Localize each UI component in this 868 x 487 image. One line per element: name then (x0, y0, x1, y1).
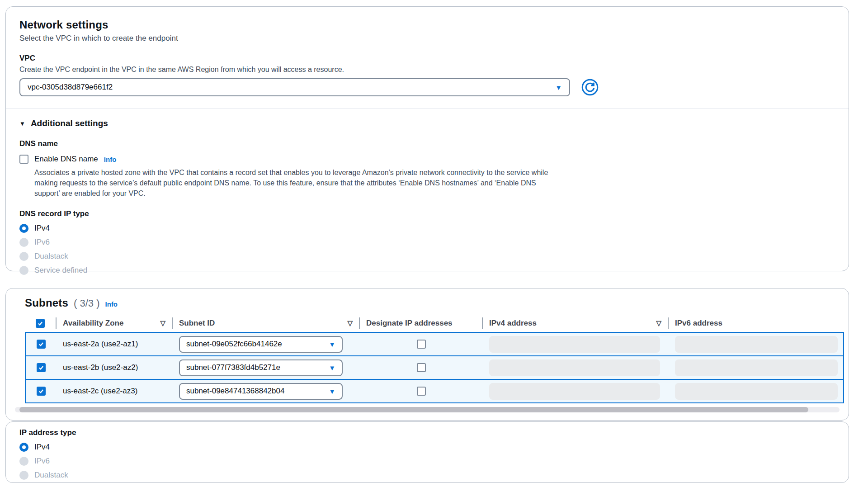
designate-ip-checkbox[interactable] (417, 363, 426, 372)
dns-record-ip-type-group: IPv4 IPv6 Dualstack Service defined (19, 224, 835, 275)
subnet-id-value: subnet-09e052fc66b41462e (186, 340, 282, 349)
radio-disabled-icon (19, 238, 28, 247)
ipv4-address-input-disabled (489, 336, 660, 353)
designate-ip-checkbox[interactable] (417, 387, 426, 396)
availability-zone-cell: us-east-2a (use2-az1) (57, 340, 173, 349)
radio-ip-dualstack: Dualstack (19, 471, 835, 480)
dns-name-info-link[interactable]: Info (104, 156, 117, 163)
horizontal-scrollbar[interactable] (15, 407, 840, 412)
subnet-id-value: subnet-077f7383fd4b5271e (186, 363, 280, 372)
column-header-availability-zone[interactable]: Availability Zone ▽ (56, 317, 172, 329)
radio-disabled-icon (19, 457, 28, 466)
vpc-label: VPC (19, 54, 835, 63)
additional-settings-toggle[interactable]: ▼ Additional settings (19, 118, 835, 128)
radio-ip-ipv6: IPv6 (19, 457, 835, 466)
network-settings-title: Network settings (19, 19, 835, 31)
ip-address-type-label: IP address type (19, 428, 835, 437)
scrollbar-thumb[interactable] (19, 407, 808, 412)
subnet-id-select[interactable]: subnet-09e84741368842b04 ▼ (179, 383, 343, 400)
radio-disabled-icon (19, 252, 28, 261)
chevron-down-icon: ▼ (329, 364, 335, 372)
dns-name-label: DNS name (19, 139, 835, 148)
sort-icon[interactable]: ▽ (347, 319, 353, 327)
radio-selected-icon (19, 443, 28, 452)
select-all-checkbox[interactable] (36, 319, 45, 328)
radio-dns-service-defined: Service defined (19, 266, 835, 275)
subnet-id-select[interactable]: subnet-09e052fc66b41462e ▼ (179, 336, 343, 353)
dns-record-ip-type-label: DNS record IP type (19, 209, 835, 218)
sort-icon[interactable]: ▽ (160, 319, 165, 327)
radio-dns-ipv4[interactable]: IPv4 (19, 224, 835, 233)
radio-disabled-icon (19, 471, 28, 480)
ipv4-address-input-disabled (489, 383, 660, 400)
subnets-info-link[interactable]: Info (105, 300, 118, 308)
chevron-down-icon: ▼ (329, 388, 335, 395)
subnet-id-select[interactable]: subnet-077f7383fd4b5271e ▼ (179, 359, 343, 376)
subnets-table: Availability Zone ▽ Subnet ID ▽ Designat… (25, 315, 830, 403)
table-row[interactable]: us-east-2c (use2-az3) subnet-09e84741368… (25, 379, 844, 403)
network-settings-subtitle: Select the VPC in which to create the en… (19, 34, 835, 43)
row-select-checkbox[interactable] (37, 363, 46, 372)
section-divider (6, 108, 849, 109)
additional-settings-label: Additional settings (31, 118, 108, 128)
radio-selected-icon (19, 224, 28, 233)
subnets-table-body: us-east-2a (use2-az1) subnet-09e052fc66b… (25, 332, 844, 403)
radio-dns-dualstack: Dualstack (19, 252, 835, 261)
chevron-down-icon: ▼ (329, 340, 335, 348)
column-header-subnet-id[interactable]: Subnet ID ▽ (172, 317, 359, 329)
vpc-description: Create the VPC endpoint in the VPC in th… (19, 66, 835, 74)
enable-dns-name-label: Enable DNS name (34, 155, 98, 164)
expand-arrow-icon: ▼ (19, 120, 25, 127)
refresh-icon (581, 79, 599, 96)
column-header-ipv4-address[interactable]: IPv4 address ▽ (482, 317, 668, 329)
row-select-checkbox[interactable] (37, 387, 46, 396)
network-settings-card: Network settings Select the VPC in which… (5, 6, 849, 271)
row-select-checkbox[interactable] (37, 340, 46, 349)
column-header-ipv6-address: IPv6 address (668, 317, 830, 329)
radio-ip-ipv4[interactable]: IPv4 (19, 443, 835, 452)
enable-dns-name-checkbox[interactable] (19, 155, 28, 164)
select-all-header-cell (25, 317, 56, 329)
subnets-counter: ( 3/3 ) (74, 298, 99, 309)
ipv6-address-input-disabled (675, 383, 838, 400)
subnets-table-header: Availability Zone ▽ Subnet ID ▽ Designat… (25, 315, 830, 332)
vpc-selected-value: vpc-0305d38d879e661f2 (28, 83, 113, 92)
table-row[interactable]: us-east-2a (use2-az1) subnet-09e052fc66b… (25, 332, 844, 356)
table-row[interactable]: us-east-2b (use2-az2) subnet-077f7383fd4… (25, 355, 844, 380)
refresh-button[interactable] (581, 78, 599, 96)
availability-zone-cell: us-east-2b (use2-az2) (57, 363, 173, 372)
vpc-select[interactable]: vpc-0305d38d879e661f2 ▼ (19, 78, 570, 96)
ip-address-type-card: IP address type IPv4 IPv6 Dualstack (5, 421, 849, 483)
sort-icon[interactable]: ▽ (656, 319, 661, 327)
subnets-card: Subnets ( 3/3 ) Info Availability Zone ▽… (5, 288, 849, 421)
chevron-down-icon: ▼ (555, 84, 562, 91)
dns-name-description: Associates a private hosted zone with th… (34, 167, 563, 199)
ipv6-address-input-disabled (675, 359, 838, 376)
availability-zone-cell: us-east-2c (use2-az3) (57, 387, 173, 396)
ipv6-address-input-disabled (675, 336, 838, 353)
subnet-id-value: subnet-09e84741368842b04 (186, 387, 284, 396)
ip-address-type-group: IPv4 IPv6 Dualstack (19, 443, 835, 480)
designate-ip-checkbox[interactable] (417, 340, 426, 349)
column-header-designate-ip: Designate IP addresses (359, 317, 482, 329)
ipv4-address-input-disabled (489, 359, 660, 376)
subnets-title: Subnets (25, 297, 68, 309)
radio-dns-ipv6: IPv6 (19, 238, 835, 247)
radio-disabled-icon (19, 266, 28, 275)
